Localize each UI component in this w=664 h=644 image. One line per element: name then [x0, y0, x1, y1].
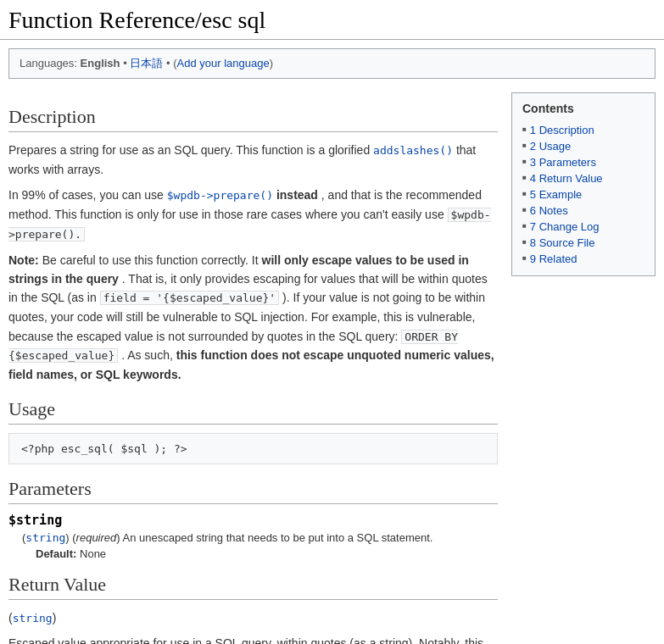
- parameters-heading: Parameters: [8, 478, 498, 504]
- page-title: Function Reference/esc sql: [0, 0, 664, 40]
- param-default: Default: None: [36, 547, 498, 560]
- toc-list: 1 Description2 Usage3 Parameters4 Return…: [522, 122, 644, 267]
- languages-bar: Languages: English • 日本語 • (Add your lan…: [8, 48, 656, 79]
- toc-link[interactable]: 5 Example: [530, 188, 582, 201]
- description-heading: Description: [8, 106, 498, 132]
- param-close-paren-required: ) (: [65, 531, 75, 544]
- usage-code: <?php esc_sql( $sql ); ?>: [21, 442, 187, 455]
- toc-item: 6 Notes: [522, 203, 644, 219]
- description-warning: In 99% of cases, you can use $wpdb->prep…: [8, 186, 498, 243]
- return-desc: Escaped value appropriate for use in a S…: [8, 634, 498, 644]
- return-type-close: ): [53, 611, 57, 625]
- description-intro: Prepares a string for use as an SQL quer…: [8, 141, 498, 179]
- toc-item: 2 Usage: [522, 138, 644, 154]
- param-type-link[interactable]: string: [25, 531, 65, 544]
- param-detail: (string) (required) An unescaped string …: [22, 531, 498, 544]
- toc-link[interactable]: 6 Notes: [530, 204, 568, 217]
- warning-instead: instead: [276, 188, 318, 202]
- note-code1: field = '{$escaped_value}': [100, 291, 280, 305]
- toc-item: 9 Related: [522, 251, 644, 267]
- toc-heading: Contents: [522, 102, 644, 115]
- note-paragraph: Note: Be careful to use this function co…: [8, 251, 498, 385]
- return-block: (string) Escaped value appropriate for u…: [8, 608, 498, 644]
- param-desc: ) An unescaped string that needs to be p…: [116, 531, 432, 544]
- toc-link[interactable]: 4 Return Value: [530, 172, 603, 185]
- languages-label: Languages:: [20, 57, 77, 69]
- parameter-block: $string (string) (required) An unescaped…: [8, 513, 498, 560]
- return-value-heading: Return Value: [8, 574, 498, 600]
- note-text4: . As such,: [121, 348, 173, 362]
- toc-item: 4 Return Value: [522, 170, 644, 186]
- addslashes-link[interactable]: addslashes(): [373, 144, 453, 157]
- bullet1: •: [123, 57, 127, 69]
- usage-heading: Usage: [8, 398, 498, 425]
- return-type-line: (string): [8, 608, 498, 628]
- table-of-contents: Contents 1 Description2 Usage3 Parameter…: [511, 92, 656, 276]
- toc-link[interactable]: 7 Change Log: [530, 220, 600, 233]
- current-language: English: [81, 57, 120, 69]
- add-lang-paren-close: ): [270, 57, 273, 69]
- toc-item: 3 Parameters: [522, 154, 644, 170]
- note-text1: Be careful to use this function correctl…: [42, 253, 259, 267]
- param-default-label: Default:: [36, 547, 76, 560]
- note-label: Note:: [8, 253, 39, 267]
- toc-link[interactable]: 8 Source File: [530, 236, 595, 249]
- warning-part1: In 99% of cases, you can use: [8, 188, 164, 202]
- main-layout: Description Prepares a string for use as…: [0, 92, 664, 644]
- toc-link[interactable]: 9 Related: [530, 253, 578, 265]
- bullet2: •: [166, 57, 170, 69]
- toc-link[interactable]: 3 Parameters: [530, 156, 596, 169]
- toc-item: 1 Description: [522, 122, 644, 138]
- toc-item: 7 Change Log: [522, 219, 644, 235]
- param-default-val: None: [80, 547, 106, 560]
- param-required: required: [76, 531, 117, 544]
- add-language-link[interactable]: Add your language: [177, 57, 270, 69]
- toc-item: 8 Source File: [522, 235, 644, 251]
- toc-link[interactable]: 2 Usage: [530, 140, 571, 153]
- param-name: $string: [8, 513, 498, 528]
- toc-item: 5 Example: [522, 186, 644, 203]
- toc-link[interactable]: 1 Description: [530, 124, 594, 136]
- return-type-link[interactable]: string: [13, 612, 53, 625]
- lang2-link[interactable]: 日本語: [130, 57, 163, 69]
- usage-code-block: <?php esc_sql( $sql ); ?>: [8, 433, 498, 464]
- content-area: Description Prepares a string for use as…: [8, 92, 498, 644]
- wpdb-prepare-link[interactable]: $wpdb->prepare(): [167, 189, 273, 202]
